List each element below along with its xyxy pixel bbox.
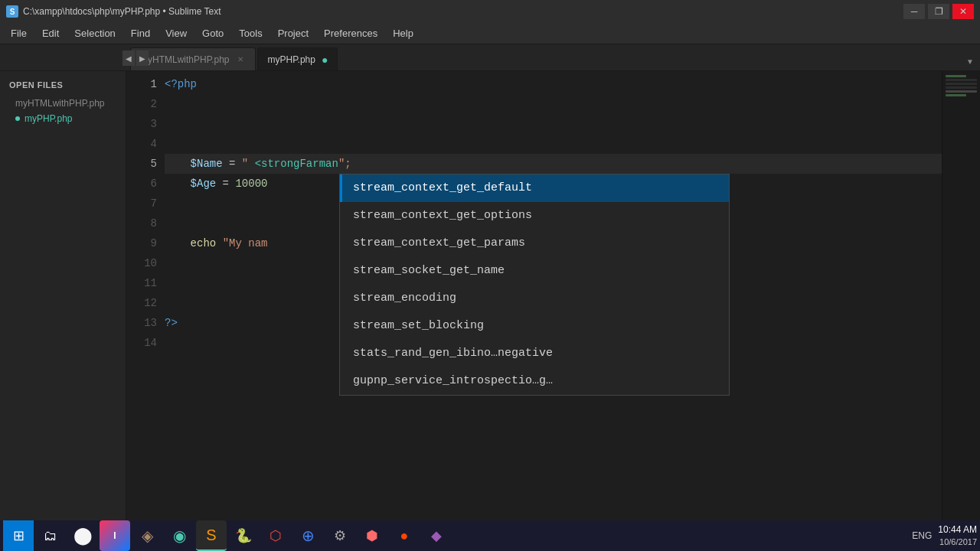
taskbar: ⊞ 🗂 ⬤ I ◈ ◉ S 🐍 ⬡ ⊕ ⚙ ⬢ ● ◆ ENG 10:44 AM…	[0, 520, 980, 551]
system-clock: 10:44 AM 10/6/2017	[938, 523, 977, 548]
window-title: C:\xampp\htdocs\php\myPHP.php • Sublime …	[23, 6, 221, 17]
start-icon: ⊞	[13, 527, 24, 544]
tab-navigation: ◀ ▶	[122, 51, 149, 66]
sidebar: OPEN FILES myHTMLwithPHP.php myPHP.php	[0, 71, 126, 530]
title-bar: S C:\xampp\htdocs\php\myPHP.php • Sublim…	[0, 0, 980, 23]
line-num-8: 8	[126, 214, 157, 233]
menu-file[interactable]: File	[3, 24, 34, 42]
minimize-button[interactable]: ─	[903, 4, 925, 19]
menu-selection[interactable]: Selection	[67, 24, 122, 42]
autocomplete-item-1[interactable]: stream_context_get_options	[340, 202, 729, 230]
tab-dropdown-button[interactable]: ▼	[966, 57, 974, 66]
tab-forward-button[interactable]: ▶	[136, 51, 149, 66]
tray-lang: ENG	[912, 530, 932, 541]
code-line-5: $Name = " <strongFarman ";	[165, 154, 942, 174]
menu-project[interactable]: Project	[270, 24, 316, 42]
autocomplete-item-2[interactable]: stream_context_get_params	[340, 230, 729, 257]
menu-goto[interactable]: Goto	[194, 24, 231, 42]
start-button[interactable]: ⊞	[3, 520, 34, 551]
clock-date: 10/6/2017	[938, 536, 977, 548]
window-controls: ─ ❐ ✕	[903, 4, 974, 19]
menu-tools[interactable]: Tools	[231, 24, 270, 42]
menu-bar: File Edit Selection Find View Goto Tools…	[0, 23, 980, 44]
close-button[interactable]: ✕	[952, 4, 974, 19]
line-num-6: 6	[126, 174, 157, 194]
taskbar-browser[interactable]: ⊕	[292, 520, 323, 551]
taskbar-app9[interactable]: ●	[389, 520, 420, 551]
autocomplete-item-3[interactable]: stream_socket_get_name	[340, 257, 729, 285]
line-num-5: 5	[126, 154, 157, 174]
line-num-11: 11	[126, 273, 157, 293]
taskbar-right: ENG 10:44 AM 10/6/2017	[912, 523, 977, 548]
taskbar-app6[interactable]: ⬡	[260, 520, 291, 551]
menu-view[interactable]: View	[158, 24, 194, 42]
taskbar-settings[interactable]: ⚙	[325, 520, 355, 551]
tab-modified-indicator: ●	[322, 54, 328, 66]
autocomplete-item-4[interactable]: stream_encoding	[340, 285, 729, 312]
line-num-1: 1	[126, 74, 157, 94]
minimap-line	[946, 79, 977, 81]
tab-label: myPHP.php	[267, 54, 315, 65]
line-num-9: 9	[126, 233, 157, 253]
tab-close-icon[interactable]: ✕	[235, 54, 246, 65]
maximize-button[interactable]: ❐	[928, 4, 949, 19]
tab-back-button[interactable]: ◀	[122, 51, 135, 66]
taskbar-app10[interactable]: ◆	[421, 520, 452, 551]
php-open-tag: <?php	[165, 74, 197, 94]
sidebar-header: OPEN FILES	[0, 77, 126, 96]
taskbar-network[interactable]: ◉	[164, 520, 194, 551]
minimap	[942, 71, 980, 530]
tab-myphp[interactable]: myPHP.php ●	[257, 47, 338, 70]
autocomplete-item-6[interactable]: stats_rand_gen_ibino…negative	[340, 340, 729, 367]
minimap-line	[946, 75, 966, 77]
sidebar-item-myphp[interactable]: myPHP.php	[0, 111, 126, 126]
line-num-13: 13	[126, 313, 157, 333]
menu-help[interactable]: Help	[385, 24, 421, 42]
code-line-2	[165, 94, 942, 114]
sidebar-item-myhtmlwithphp[interactable]: myHTMLwithPHP.php	[0, 96, 126, 111]
code-line-4	[165, 134, 942, 154]
taskbar-python[interactable]: 🐍	[228, 520, 259, 551]
taskbar-left: ⊞ 🗂 ⬤ I ◈ ◉ S 🐍 ⬡ ⊕ ⚙ ⬢ ● ◆	[3, 520, 452, 551]
sidebar-file-label: myPHP.php	[24, 113, 72, 124]
minimap-line	[946, 90, 977, 93]
autocomplete-item-5[interactable]: stream_set_blocking	[340, 312, 729, 340]
tab-myhtmlwithphp[interactable]: myHTMLwithPHP.php ✕	[130, 47, 256, 70]
line-num-3: 3	[126, 114, 157, 134]
title-bar-left: S C:\xampp\htdocs\php\myPHP.php • Sublim…	[6, 5, 221, 18]
line-num-2: 2	[126, 94, 157, 114]
autocomplete-dropdown[interactable]: stream_context_get_default stream_contex…	[339, 174, 730, 396]
minimap-line	[946, 86, 977, 89]
line-num-4: 4	[126, 134, 157, 154]
autocomplete-item-7[interactable]: gupnp_service_introspectio…g…	[340, 367, 729, 395]
tab-label: myHTMLwithPHP.php	[140, 54, 229, 65]
code-variable-name: $Name	[191, 154, 223, 174]
autocomplete-item-0[interactable]: stream_context_get_default	[340, 174, 729, 202]
sidebar-file-label: myHTMLwithPHP.php	[15, 98, 104, 109]
taskbar-file-explorer[interactable]: 🗂	[35, 520, 66, 551]
clock-time: 10:44 AM	[938, 523, 977, 536]
line-num-12: 12	[126, 293, 157, 313]
taskbar-intellij[interactable]: I	[100, 520, 130, 551]
taskbar-sublime[interactable]: S	[196, 520, 227, 551]
editor-area[interactable]: 1 2 3 4 5 6 7 8 9 10 11 12 13 14 <?php	[126, 71, 980, 530]
minimap-line	[946, 83, 977, 85]
taskbar-github[interactable]: ⬤	[67, 520, 98, 551]
main-layout: OPEN FILES myHTMLwithPHP.php myPHP.php 1…	[0, 71, 980, 530]
app-icon: S	[6, 5, 18, 18]
code-editor[interactable]: <?php $Name = " <strongFarman "; $Age =	[165, 71, 942, 530]
active-file-indicator	[15, 116, 20, 121]
minimap-line	[946, 94, 966, 96]
line-num-14: 14	[126, 333, 157, 353]
menu-preferences[interactable]: Preferences	[316, 24, 385, 42]
code-line-1: <?php	[165, 74, 942, 94]
system-tray: ENG	[912, 530, 932, 541]
code-line-3	[165, 114, 942, 134]
taskbar-app8[interactable]: ⬢	[357, 520, 387, 551]
menu-edit[interactable]: Edit	[34, 24, 67, 42]
tab-bar: ◀ ▶ myHTMLwithPHP.php ✕ myPHP.php ● ▼	[0, 44, 980, 71]
line-num-10: 10	[126, 253, 157, 273]
taskbar-db[interactable]: ◈	[132, 520, 162, 551]
line-numbers: 1 2 3 4 5 6 7 8 9 10 11 12 13 14	[126, 71, 165, 530]
menu-find[interactable]: Find	[123, 24, 158, 42]
